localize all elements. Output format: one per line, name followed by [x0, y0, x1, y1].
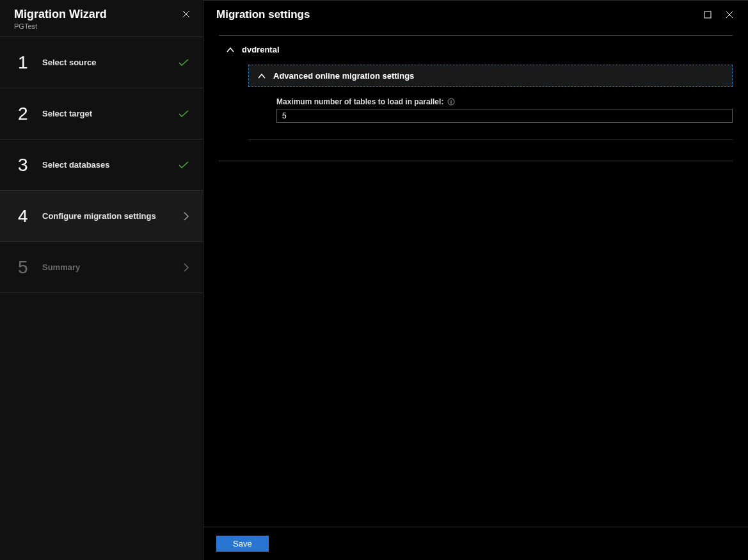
- chevron-up-icon: [227, 47, 234, 52]
- step-label: Configure migration settings: [42, 211, 156, 221]
- step-label: Summary: [42, 262, 80, 272]
- database-section: dvdrental Advanced online migration sett…: [219, 35, 733, 152]
- maximize-button[interactable]: [702, 9, 713, 20]
- field-label-row: Maximum number of tables to load in para…: [276, 97, 733, 106]
- check-icon: [179, 59, 189, 67]
- step-select-target[interactable]: 2 Select target: [0, 88, 203, 140]
- step-label: Select databases: [42, 160, 110, 170]
- advanced-settings-header[interactable]: Advanced online migration settings: [248, 65, 733, 87]
- close-icon: [182, 10, 190, 18]
- step-status-active: [184, 212, 189, 221]
- footer: Save: [203, 527, 748, 560]
- main-header: Migration settings: [203, 1, 748, 29]
- page-title: Migration settings: [216, 8, 310, 21]
- svg-rect-3: [451, 101, 452, 104]
- advanced-settings-label: Advanced online migration settings: [273, 71, 414, 81]
- step-label: Select source: [42, 58, 97, 67]
- divider: [219, 161, 733, 161]
- wizard-title: Migration Wizard: [14, 8, 189, 21]
- info-circle-icon: [447, 98, 455, 106]
- step-number: 5: [18, 257, 37, 278]
- main-panel: Migration settings dvdrental Advanced on…: [203, 0, 748, 560]
- max-tables-label: Maximum number of tables to load in para…: [276, 97, 443, 106]
- check-icon: [179, 110, 189, 118]
- close-icon: [726, 11, 733, 19]
- database-section-header[interactable]: dvdrental: [219, 45, 733, 54]
- step-list: 1 Select source 2 Select target 3 Select…: [0, 37, 203, 293]
- database-name: dvdrental: [242, 45, 280, 54]
- check-icon: [179, 161, 189, 169]
- step-status-check: [179, 161, 189, 169]
- info-icon[interactable]: [447, 98, 455, 106]
- step-select-databases[interactable]: 3 Select databases: [0, 140, 203, 191]
- svg-rect-0: [704, 12, 711, 18]
- close-panel-button[interactable]: [724, 9, 735, 20]
- chevron-right-icon: [184, 263, 189, 272]
- step-summary[interactable]: 5 Summary: [0, 242, 203, 293]
- svg-point-2: [451, 100, 452, 101]
- step-select-source[interactable]: 1 Select source: [0, 37, 203, 88]
- advanced-settings-wrap: Advanced online migration settings Maxim…: [248, 65, 733, 140]
- divider: [248, 140, 733, 140]
- main-content: dvdrental Advanced online migration sett…: [203, 29, 748, 527]
- step-number: 2: [18, 104, 37, 124]
- step-number: 4: [18, 206, 37, 227]
- max-tables-input[interactable]: [276, 109, 733, 123]
- step-status-pending: [184, 263, 189, 272]
- step-configure-migration-settings[interactable]: 4 Configure migration settings: [0, 191, 203, 242]
- step-label: Select target: [42, 109, 92, 118]
- save-button[interactable]: Save: [216, 536, 269, 552]
- step-number: 1: [18, 52, 37, 73]
- step-number: 3: [18, 155, 37, 175]
- max-tables-field-block: Maximum number of tables to load in para…: [276, 97, 733, 123]
- chevron-up-icon: [258, 74, 266, 79]
- window-controls: [702, 9, 735, 20]
- wizard-subtitle: PGTest: [14, 22, 189, 30]
- step-status-check: [179, 110, 189, 118]
- sidebar-header: Migration Wizard PGTest: [0, 0, 203, 37]
- step-status-check: [179, 59, 189, 67]
- chevron-right-icon: [184, 212, 189, 221]
- wizard-sidebar: Migration Wizard PGTest 1 Select source …: [0, 0, 203, 560]
- maximize-icon: [704, 11, 712, 19]
- close-wizard-button[interactable]: [180, 8, 193, 20]
